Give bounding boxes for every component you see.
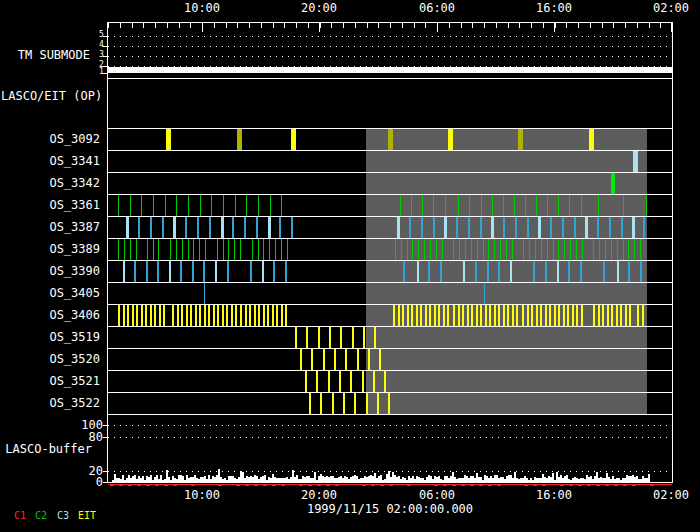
mark-os_3092 — [388, 129, 393, 150]
mark-os_3387 — [279, 217, 281, 238]
mark-os_3389 — [605, 239, 606, 260]
mark-os_3520 — [300, 349, 302, 370]
time-label-top: 06:00 — [412, 2, 462, 14]
mark-os_3387 — [162, 217, 164, 238]
axis-minor-tick — [355, 23, 356, 28]
mark-os_3390 — [498, 261, 500, 282]
mark-os_3361 — [165, 195, 166, 216]
panel-border-h — [107, 348, 673, 349]
mark-os_3406 — [593, 305, 595, 326]
mark-os_3406 — [127, 305, 129, 326]
mark-os_3092 — [589, 129, 594, 150]
mark-os_3406 — [267, 305, 269, 326]
mark-os_3389 — [442, 239, 443, 260]
buffer-ytick — [103, 471, 107, 472]
grid-dotline — [108, 471, 672, 472]
mark-os_3389 — [275, 239, 276, 260]
mark-os_3389 — [535, 239, 536, 260]
row-label-os_3521: OS_3521 — [1, 375, 100, 387]
mark-os_3387 — [268, 217, 271, 238]
lasco-schedule-plot-window: C1C2C3EIT 1999/11/15 02:00:00.000 10:001… — [0, 0, 700, 532]
mark-os_3406 — [276, 305, 278, 326]
mark-os_3406 — [150, 305, 152, 326]
mark-os_3389 — [424, 239, 425, 260]
panel-border-h — [107, 78, 673, 79]
axis-minor-tick — [613, 23, 614, 28]
axis-minor-tick — [555, 23, 556, 28]
panel-border-h — [107, 238, 673, 239]
axis-minor-tick — [566, 23, 567, 28]
row-label-os_3390: OS_3390 — [1, 265, 100, 277]
mark-os_3406 — [629, 305, 631, 326]
mark-os_3406 — [263, 305, 265, 326]
mark-os_3406 — [393, 305, 395, 326]
tm-ytick-label: 5 — [97, 31, 106, 39]
mark-os_3406 — [522, 305, 524, 326]
tm-ytick-label: 3 — [97, 51, 106, 59]
axis-major-tick — [437, 23, 438, 32]
tm-submode-label: TM SUBMODE — [1, 49, 90, 61]
mark-os_3361 — [558, 195, 559, 216]
mark-os_3361 — [469, 195, 470, 216]
mark-os_3361 — [458, 195, 459, 216]
axis-minor-tick — [296, 23, 297, 28]
mark-os_3387 — [585, 217, 588, 238]
mark-os_3361 — [141, 195, 142, 216]
mark-os_3406 — [425, 305, 427, 326]
mark-os_3387 — [456, 217, 458, 238]
axis-minor-tick — [378, 23, 379, 28]
buffer-red-dash — [605, 484, 609, 486]
mark-os_3389 — [182, 239, 183, 260]
mark-os_3389 — [611, 239, 612, 260]
tm-ytick — [103, 36, 107, 37]
axis-minor-tick — [190, 23, 191, 28]
mark-os_3406 — [226, 305, 228, 326]
mark-os_3521 — [373, 371, 375, 392]
axis-minor-tick — [226, 23, 227, 28]
mark-os_3389 — [582, 239, 583, 260]
mark-os_3361 — [503, 195, 504, 216]
row-label-os_3092: OS_3092 — [1, 133, 100, 145]
mark-os_3387 — [550, 217, 552, 238]
mark-os_3390 — [568, 261, 570, 282]
buffer-red-dash — [560, 484, 564, 486]
mark-os_3522 — [343, 393, 345, 414]
mark-os_3406 — [438, 305, 440, 326]
axis-minor-tick — [390, 23, 391, 28]
mark-os_3387 — [574, 217, 576, 238]
mark-os_3406 — [616, 305, 618, 326]
mark-os_3389 — [234, 239, 235, 260]
row-label-os_3341: OS_3341 — [1, 155, 100, 167]
axis-major-tick — [319, 23, 320, 32]
axis-minor-tick — [425, 23, 426, 28]
buffer-red-dash — [263, 484, 267, 486]
buffer-red-dash — [497, 484, 501, 486]
mark-os_3361 — [400, 195, 401, 216]
mark-os_3390 — [487, 261, 489, 282]
mark-os_3389 — [623, 239, 624, 260]
mark-os_3341 — [633, 151, 638, 172]
mark-os_3406 — [222, 305, 224, 326]
mark-os_3387 — [433, 217, 435, 238]
mark-os_3406 — [245, 305, 247, 326]
legend-item-eit: EIT — [78, 511, 96, 521]
panel-border-h — [107, 482, 673, 483]
mark-os_3519 — [363, 327, 365, 348]
panel-border-h — [107, 150, 673, 151]
mark-os_3390 — [557, 261, 559, 282]
mark-os_3387 — [221, 217, 224, 238]
axis-minor-tick — [461, 23, 462, 28]
tm-ytick — [103, 73, 107, 74]
legend-item-c3: C3 — [57, 511, 69, 521]
mark-os_3389 — [512, 239, 513, 260]
mark-os_3519 — [318, 327, 320, 348]
row-label-os_3519: OS_3519 — [1, 331, 100, 343]
tm-ytick-label: 1 — [97, 68, 106, 76]
axis-minor-tick — [179, 23, 180, 28]
row-label-os_3389: OS_3389 — [1, 243, 100, 255]
mark-os_3389 — [258, 239, 259, 260]
mark-os_3389 — [436, 239, 437, 260]
mark-os_3405 — [204, 283, 205, 304]
buffer-ytick-label: 0 — [53, 476, 103, 488]
mark-os_3387 — [232, 217, 234, 238]
